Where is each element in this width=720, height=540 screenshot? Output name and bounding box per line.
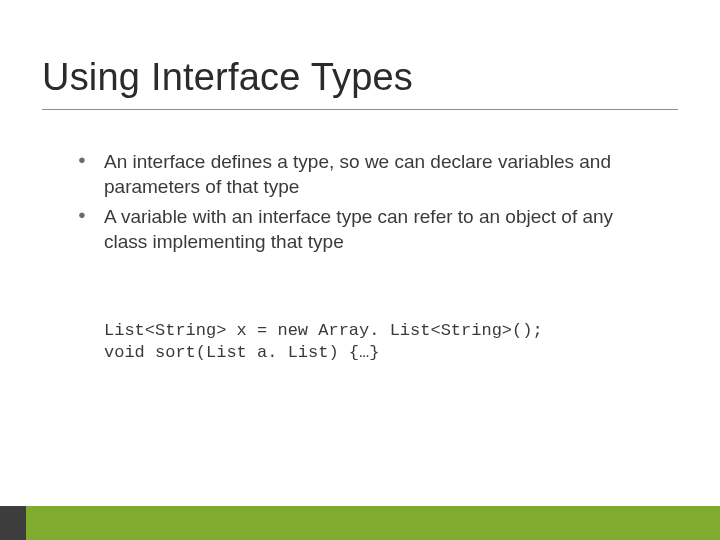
slide: Using Interface Types An interface defin… bbox=[0, 0, 720, 540]
bullet-item: An interface defines a type, so we can d… bbox=[78, 150, 660, 199]
code-line: List<String> x = new Array. List<String>… bbox=[104, 321, 543, 340]
title-underline bbox=[42, 109, 678, 110]
bullet-item: A variable with an interface type can re… bbox=[78, 205, 660, 254]
footer-accent-green bbox=[26, 506, 720, 540]
slide-title: Using Interface Types bbox=[42, 56, 678, 105]
code-block: List<String> x = new Array. List<String>… bbox=[104, 320, 650, 364]
footer-bar bbox=[0, 506, 720, 540]
footer-accent-dark bbox=[0, 506, 26, 540]
bullet-list: An interface defines a type, so we can d… bbox=[78, 150, 660, 255]
title-block: Using Interface Types bbox=[42, 56, 678, 110]
code-line: void sort(List a. List) {…} bbox=[104, 343, 379, 362]
body-block: An interface defines a type, so we can d… bbox=[78, 150, 660, 261]
